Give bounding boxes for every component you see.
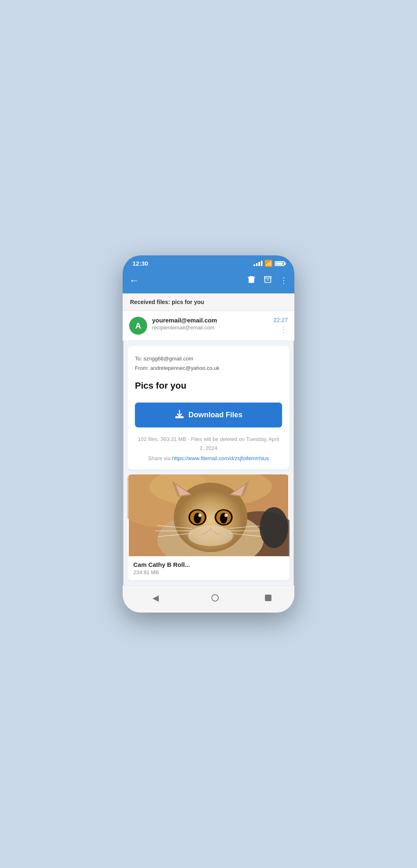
sender-email: youremail@email.com [152,317,269,324]
download-button[interactable]: Download Files [135,403,282,427]
svg-point-18 [198,514,202,517]
avatar: A [129,317,147,335]
delete-icon[interactable] [247,275,256,286]
email-from: From: andrelepennec@yahoo.co.uk [135,363,282,373]
archive-icon[interactable] [263,275,272,286]
share-prefix: Share via [148,455,172,461]
attachment-info: Cam Cathy B Roll... 234.91 MB [128,556,289,580]
nav-actions: ⋮ [247,275,288,286]
attachment-name: Cam Cathy B Roll... [133,561,284,568]
nav-bar: ← ⋮ [123,270,294,293]
wifi-icon: 📶 [265,260,273,267]
sender-row: A youremail@email.com recipientemail@ema… [123,311,294,341]
svg-point-28 [188,526,233,546]
signal-icon [253,261,262,266]
svg-rect-0 [265,276,271,278]
attachment-thumbnail [128,474,289,556]
attachment-card[interactable]: Cam Cathy B Roll... 234.91 MB [128,474,289,580]
email-to: To: szngg68@gmail.com [135,354,282,363]
svg-rect-1 [176,417,183,418]
subject-text: Received files: pics for you [130,299,204,305]
email-subject-title: Pics for you [135,380,282,391]
sender-info: youremail@email.com recipientemail@email… [152,317,269,331]
back-button[interactable]: ← [129,273,142,288]
download-icon [175,409,184,421]
home-nav-button[interactable] [211,594,219,602]
back-nav-button[interactable]: ◀ [146,591,165,604]
recents-nav-button[interactable] [265,595,271,601]
email-card: To: szngg68@gmail.com From: andrelepenne… [128,346,289,470]
status-time: 12:30 [132,260,148,267]
attachment-size: 234.91 MB [133,569,284,575]
status-icons: 📶 [253,260,285,267]
sender-time-col: 22:27 ⋮ [274,317,288,333]
recipient-email: recipientemail@email.com [152,324,269,331]
svg-point-27 [260,507,288,548]
status-bar: 12:30 📶 [123,255,294,270]
email-meta: To: szngg68@gmail.com From: andrelepenne… [135,354,282,373]
subject-bar: Received files: pics for you [123,293,294,311]
phone-frame: 12:30 📶 ← [123,255,294,613]
bottom-nav: ◀ [123,585,294,613]
share-link-row: Share via https://www.filemail.com/d/zsj… [135,455,282,461]
file-info: 102 files, 363,31 MB - Files will be del… [135,435,282,453]
download-button-label: Download Files [188,411,242,419]
share-link[interactable]: https://www.filemail.com/d/zsjfoifemrrhi… [172,455,269,461]
more-icon[interactable]: ⋮ [280,275,288,285]
battery-icon [275,261,285,266]
svg-point-19 [224,514,228,517]
send-time: 22:27 [274,317,288,323]
email-more-dots[interactable]: ⋮ [280,326,288,333]
